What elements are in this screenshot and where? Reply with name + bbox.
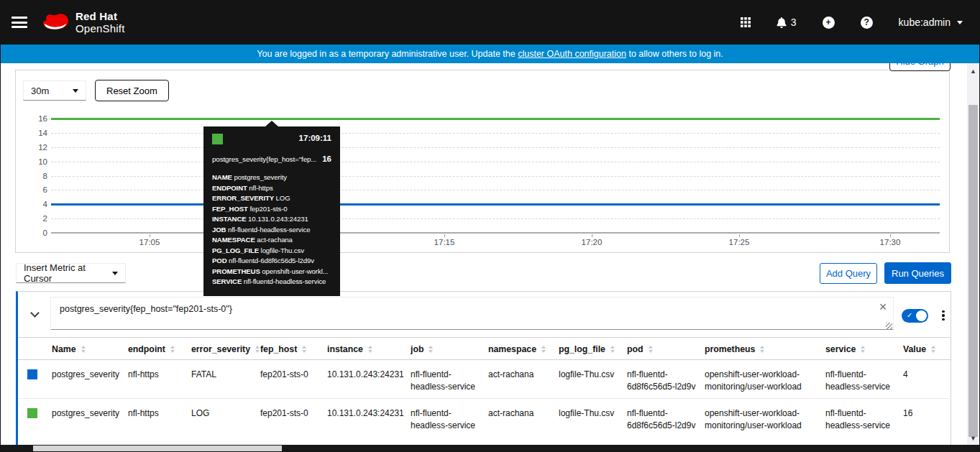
series-line-log	[51, 118, 940, 120]
cell-endpoint: nfl-https	[122, 399, 186, 438]
help-button[interactable]: ?	[861, 17, 873, 29]
cell-namespace: act-rachana	[482, 360, 553, 399]
horizontal-scrollbar[interactable]	[0, 445, 980, 452]
login-notification-banner: You are logged in as a temporary adminis…	[0, 45, 980, 63]
chevron-down-icon	[73, 89, 78, 96]
banner-text-after: to allow others to log in.	[626, 49, 723, 59]
column-header-instance[interactable]: instance	[321, 338, 405, 360]
cell-instance: 10.131.0.243:24231	[321, 399, 405, 438]
scroll-down-arrow[interactable]: ▼	[967, 435, 979, 442]
insert-metric-dropdown[interactable]: Insert Metric at Cursor	[16, 263, 126, 283]
textarea-resize-handle[interactable]	[886, 323, 892, 329]
notification-count: 3	[791, 17, 797, 28]
brand-line-1: Red Hat	[75, 10, 125, 22]
series-line-fatal	[51, 203, 940, 206]
cell-name: postgres_severity	[46, 399, 122, 438]
tooltip-series-value: 16	[322, 154, 331, 163]
timespan-value: 30m	[31, 86, 49, 96]
bell-icon	[777, 17, 787, 28]
column-header-namespace[interactable]: namespace	[482, 338, 553, 360]
x-tick: 17:30	[880, 238, 901, 246]
redhat-hat-icon	[43, 13, 70, 32]
cell-service: nfl-fluentd-headless-service	[820, 360, 897, 399]
column-header-job[interactable]: job	[405, 338, 482, 360]
query-enabled-toggle[interactable]: ✓	[902, 309, 928, 323]
tooltip-series-swatch	[212, 134, 223, 144]
cell-name: postgres_severity	[46, 360, 122, 399]
clear-query-button[interactable]: ×	[875, 299, 891, 315]
line-chart-plot-area[interactable]	[51, 119, 940, 233]
column-header-pod[interactable]: pod	[621, 338, 699, 360]
cell-fep-host: fep201-sts-0	[255, 360, 321, 399]
openshift-metrics-page: Red Hat OpenShift 3 +	[0, 0, 980, 452]
query-options-kebab[interactable]	[936, 307, 951, 324]
banner-text-before: You are logged in as a temporary adminis…	[257, 49, 518, 59]
oauth-config-link[interactable]: cluster OAuth configuration	[518, 49, 626, 59]
collapse-query-button[interactable]	[27, 306, 42, 322]
y-tick: 6	[43, 185, 47, 194]
column-header-value[interactable]: Value	[897, 338, 951, 360]
query-expression-input[interactable]: postgres_severity{fep_host="fep201-sts-0…	[50, 297, 894, 330]
column-header-service[interactable]: service	[820, 338, 897, 360]
vertical-scrollbar-thumb[interactable]	[968, 105, 978, 437]
y-tick: 8	[43, 172, 47, 180]
reset-zoom-button[interactable]: Reset Zoom	[95, 80, 169, 101]
cell-value: 16	[897, 399, 951, 438]
sort-icon	[931, 346, 935, 353]
question-circle-icon: ?	[861, 17, 873, 29]
sort-icon	[368, 346, 372, 353]
series-color-swatch	[27, 408, 37, 418]
x-axis-labels: 17:05 17:15 17:20 17:25 17:30	[51, 238, 940, 248]
cell-error-severity: LOG	[186, 399, 255, 438]
y-tick: 12	[38, 143, 47, 152]
x-tick: 17:25	[729, 238, 750, 246]
cell-pod: nfl-fluentd-6d8f6c56d5-l2d9v	[621, 399, 699, 438]
series-color-swatch	[27, 369, 37, 379]
run-queries-button[interactable]: Run Queries	[884, 262, 951, 284]
user-menu[interactable]: kube:admin	[899, 17, 963, 28]
column-header-swatch	[18, 338, 46, 360]
add-button[interactable]: +	[823, 17, 835, 29]
cell-job: nfl-fluentd-headless-service	[405, 399, 482, 438]
column-header-prometheus[interactable]: prometheus	[699, 338, 820, 360]
cell-value: 4	[897, 360, 951, 399]
table-header-row: Name endpoint error_severity fep_host in…	[18, 338, 951, 360]
chevron-down-icon	[112, 272, 118, 278]
column-header-error-severity[interactable]: error_severity	[186, 338, 255, 360]
redhat-openshift-logo: Red Hat OpenShift	[43, 10, 125, 35]
brand-line-2: OpenShift	[75, 22, 125, 34]
tooltip-label-details: NAME postgres_severity ENDPOINT nfl-http…	[212, 172, 334, 287]
y-tick: 4	[43, 200, 47, 208]
table-row: postgres_severity nfl-https LOG fep201-s…	[18, 399, 951, 438]
column-header-name[interactable]: Name	[46, 338, 122, 360]
y-tick: 2	[43, 214, 47, 223]
cell-pg-log-file: logfile-Thu.csv	[553, 399, 621, 438]
y-tick: 14	[38, 129, 47, 137]
x-axis-line	[51, 232, 940, 234]
cell-endpoint: nfl-https	[122, 360, 186, 399]
sort-icon	[255, 346, 260, 353]
cell-pod: nfl-fluentd-6d8f6c56d5-l2d9v	[621, 360, 699, 399]
apps-grid-icon[interactable]	[741, 17, 751, 27]
horizontal-scrollbar-thumb[interactable]	[33, 446, 282, 451]
cell-pg-log-file: logfile-Thu.csv	[553, 360, 621, 399]
vertical-scrollbar[interactable]: ▲ ▼	[967, 63, 979, 445]
y-tick: 0	[43, 229, 47, 237]
x-tick: 17:20	[582, 238, 603, 246]
insert-metric-label: Insert Metric at Cursor	[24, 262, 112, 284]
sort-icon	[541, 346, 546, 353]
column-header-pg-log-file[interactable]: pg_log_file	[553, 338, 621, 360]
timespan-select[interactable]: 30m	[23, 80, 86, 101]
add-query-button[interactable]: Add Query	[820, 263, 877, 284]
notifications-button[interactable]: 3	[777, 17, 797, 28]
sort-icon	[302, 346, 306, 353]
column-header-endpoint[interactable]: endpoint	[122, 338, 186, 360]
menu-icon[interactable]	[12, 17, 27, 28]
chevron-down-icon	[30, 308, 40, 318]
scroll-up-arrow[interactable]: ▲	[967, 68, 979, 75]
sort-icon	[81, 346, 86, 353]
tooltip-arrow	[265, 121, 278, 126]
cell-instance: 10.131.0.243:24231	[321, 360, 405, 399]
column-header-fep-host[interactable]: fep_host	[255, 338, 321, 360]
sort-icon	[760, 346, 764, 353]
